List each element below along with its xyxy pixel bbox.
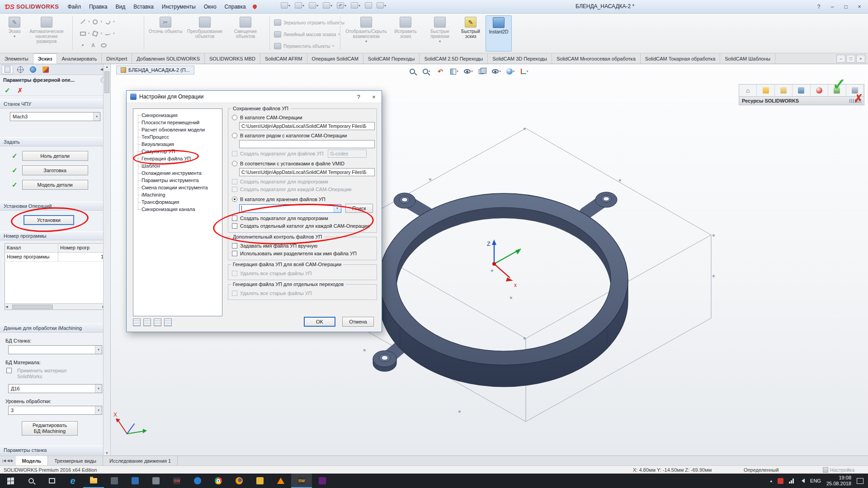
splitter-name-checkbox[interactable]: [232, 251, 237, 256]
dialog-title-bar[interactable]: Настройки для Операции ? ×: [127, 91, 382, 103]
document-tab[interactable]: БЛЕНДА_НАСАДКА-2 (П...: [116, 66, 194, 75]
mounting-tab-right[interactable]: [585, 192, 617, 213]
instant2d-button[interactable]: Instant2D: [486, 15, 512, 52]
volume-icon[interactable]: [799, 479, 805, 483]
tree-item-coolant[interactable]: Охлаждение инструмента: [142, 169, 222, 177]
program-number-table[interactable]: Канал Номер прогр Номер программы 1 ◀ ▶: [5, 243, 106, 310]
feature-manager-tab[interactable]: [2, 65, 13, 74]
taskbar-solidworks-rx[interactable]: SW: [166, 474, 187, 488]
zoom-area-button[interactable]: ▾: [421, 66, 432, 76]
clock[interactable]: 19:08 25.08.2018: [826, 475, 851, 487]
dropdown-icon[interactable]: ▾: [384, 4, 386, 8]
near-cam-path-field[interactable]: [239, 140, 375, 148]
ok-button[interactable]: OK: [304, 317, 335, 327]
cancel-button[interactable]: Отмена: [342, 317, 374, 327]
dropdown-icon[interactable]: ▾: [513, 70, 515, 73]
tab-solidcam-transitions[interactable]: SolidCAM Переходы: [363, 53, 420, 64]
tree-item-tool-parameters[interactable]: Параметры инструмента: [142, 177, 222, 184]
section-imachining[interactable]: Данные для обработки iMachining ▴: [0, 324, 110, 333]
taskbar-solidworks-2016[interactable]: SW: [291, 474, 312, 488]
taskbar-edrawings[interactable]: [187, 474, 208, 488]
edit-appearance-button[interactable]: ▾: [505, 66, 516, 76]
pm-cancel-icon[interactable]: ✗: [18, 87, 23, 94]
save-button[interactable]: ▾: [307, 1, 320, 9]
tab-motion-study[interactable]: Исследование движения 1: [103, 456, 178, 465]
prev-tab-icon[interactable]: ◀: [7, 459, 9, 463]
confirmation-ok-icon[interactable]: ✓: [832, 75, 846, 94]
dropdown-icon[interactable]: ▾: [499, 70, 501, 73]
tree-item-simulator[interactable]: Симулятор УП: [142, 148, 222, 155]
tree-item-imachining[interactable]: iMachining: [142, 191, 222, 198]
material-dropdown[interactable]: Д16 ▾: [8, 384, 102, 393]
separate-each-row[interactable]: Создать отдельный каталог для каждой CAM…: [232, 222, 373, 230]
tree-item-transformation[interactable]: Трансформация: [142, 198, 222, 206]
hide-show-items-button[interactable]: ▾: [491, 66, 502, 76]
menu-tools[interactable]: Инструменты: [158, 2, 200, 12]
scroll-up-icon[interactable]: ▲: [105, 65, 108, 68]
menu-help[interactable]: Справка: [221, 2, 250, 12]
rebuild-button[interactable]: [363, 1, 373, 9]
section-cnc-machine[interactable]: Станок ЧПУ ▴: [0, 99, 110, 108]
dropdown-icon[interactable]: ▾: [330, 4, 332, 8]
separate-each-checkbox[interactable]: [232, 223, 237, 229]
search-button[interactable]: [21, 474, 42, 488]
dropdown-icon[interactable]: ▾: [344, 4, 346, 8]
appearance-manager-tab[interactable]: [40, 65, 51, 74]
stock-button[interactable]: Заготовка: [22, 165, 88, 175]
dropdown-icon[interactable]: ▾: [316, 4, 318, 8]
tree-item-techprocess[interactable]: ТехПроцесс: [142, 133, 222, 141]
select-button[interactable]: ▾: [349, 1, 362, 9]
tree-item-tool-change-position[interactable]: Смена позиции инструмента: [142, 184, 222, 191]
tab-solidcam-multiaxis[interactable]: SolidCAM Многоосевая обработка: [552, 53, 641, 64]
dropdown-icon[interactable]: ▾: [429, 70, 430, 73]
table-horizontal-scrollbar[interactable]: ◀ ▶: [5, 303, 105, 310]
first-tab-icon[interactable]: |◀: [2, 459, 6, 463]
radio-vmid-row[interactable]: В соответствии с установками в файле VMI…: [232, 160, 373, 167]
browse-button[interactable]: Поиск: [345, 204, 373, 213]
settings-tree[interactable]: Синхронизация Плоскости перемещений Расч…: [133, 108, 222, 316]
help-button[interactable]: ?: [812, 0, 826, 14]
near-cam-radio[interactable]: [232, 133, 237, 138]
dropdown-icon[interactable]: ▾: [302, 4, 304, 8]
tree-item-model-update[interactable]: Расчет обновления модели: [142, 126, 222, 133]
menu-insert[interactable]: Вставка: [129, 2, 158, 12]
vmid-radio[interactable]: [232, 161, 237, 166]
import-settings-icon[interactable]: [143, 319, 151, 326]
tree-item-visualization[interactable]: Визуализация: [142, 141, 222, 148]
section-view-button[interactable]: ▾: [449, 66, 460, 76]
ring-part-body[interactable]: [373, 192, 628, 387]
doc-minimize-button[interactable]: –: [836, 55, 845, 63]
resources-panel-header[interactable]: Ресурсы SOLIDWORKS: [739, 97, 864, 105]
tab-solidcam-turning[interactable]: SolidCAM Токарная обработка: [641, 53, 720, 64]
cam-dir-path-field[interactable]: C:\Users\Udjin\AppData\Local\SolidCAM Te…: [239, 122, 375, 130]
doc-close-button[interactable]: ×: [856, 55, 865, 63]
dialog-close-button[interactable]: ×: [366, 91, 382, 103]
radio-storage-row[interactable]: В каталоге для хранения файлов УП: [232, 195, 373, 203]
section-define[interactable]: Задать ▴: [0, 137, 110, 146]
minimize-button[interactable]: –: [826, 0, 839, 14]
next-tab-icon[interactable]: ▶: [10, 459, 13, 463]
design-library-tab[interactable]: [757, 84, 774, 96]
tree-item-channel-sync[interactable]: Синхронизация канала: [142, 206, 222, 213]
taskbar-visual-studio[interactable]: [312, 474, 333, 488]
menu-file[interactable]: Файл: [63, 2, 85, 12]
subdir-sub-row[interactable]: Создать подкаталог для подпрограмм: [232, 214, 373, 222]
tab-solidcam-25d[interactable]: SolidCAM 2.5D Переходы: [420, 53, 488, 64]
dropdown-icon[interactable]: ▾: [334, 205, 341, 212]
action-center-icon[interactable]: [857, 478, 863, 484]
radio-near-cam-row[interactable]: В каталоге рядом с каталогом CAM-Операци…: [232, 131, 373, 139]
home-tab[interactable]: ⌂: [739, 84, 757, 96]
taskbar-app-blue[interactable]: [125, 474, 146, 488]
tray-expand-icon[interactable]: ▴: [770, 479, 773, 483]
table-row[interactable]: Номер программы 1: [5, 253, 105, 262]
taskbar-app-dark[interactable]: [104, 474, 125, 488]
edit-imachining-db-button[interactable]: РедактироватьБД iMachining: [22, 421, 78, 436]
tab-solidcam-templates[interactable]: SolidCAM Шаблоны: [720, 53, 775, 64]
tree-item-gcode-generation[interactable]: Генерация файла УП: [142, 155, 222, 162]
view-palette-tab[interactable]: [793, 84, 810, 96]
dropdown-icon[interactable]: ▾: [471, 70, 473, 73]
part-zero-button[interactable]: Ноль детали: [22, 151, 88, 161]
save-template-icon[interactable]: [154, 319, 161, 326]
undo-button[interactable]: ↶▾: [335, 1, 348, 9]
previous-view-button[interactable]: ↶: [435, 66, 446, 76]
